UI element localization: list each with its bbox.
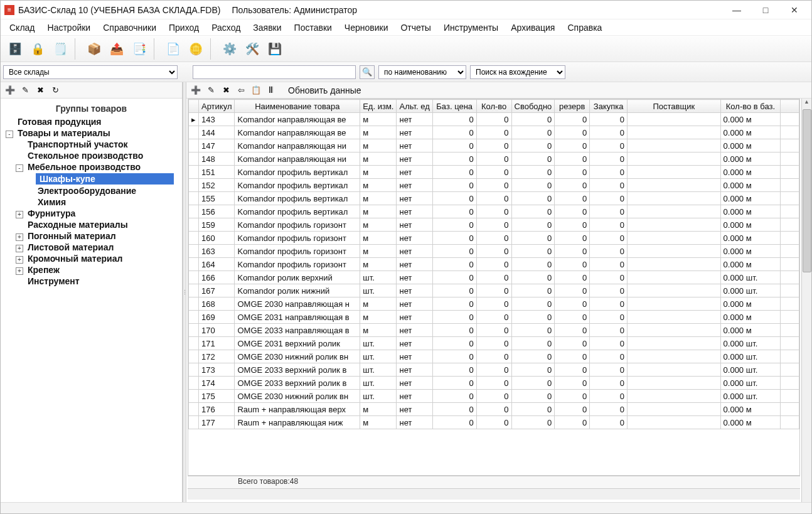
tree-node-label[interactable]: Инструмент	[26, 276, 82, 287]
search-button[interactable]: 🔍	[360, 65, 375, 79]
menu-заявки[interactable]: Заявки	[247, 21, 287, 35]
data-grid[interactable]: АртикулНаименование товараЕд. изм.Альт. …	[188, 99, 800, 476]
horizontal-scrollbar[interactable]	[188, 488, 800, 500]
column-header-blank[interactable]	[781, 100, 799, 113]
barcode-icon[interactable]: 𝄃𝄃	[264, 83, 278, 97]
tree-node-label[interactable]: Стекольное производство	[26, 150, 145, 161]
tree-node-label[interactable]: Электрооборудование	[36, 185, 138, 196]
tree-node[interactable]: -Мебельное производство	[6, 161, 182, 173]
table-row[interactable]: 175OMGE 2030 нижний ролик вншт.нет000000…	[189, 390, 799, 403]
menu-поставки[interactable]: Поставки	[288, 21, 338, 35]
tree-node[interactable]: Шкафы-купе	[6, 173, 182, 185]
table-row[interactable]: 177Raum + направляющая нижмнет000000.000…	[189, 416, 799, 429]
tree-del-icon[interactable]: ✖	[33, 83, 47, 97]
tree-node-label[interactable]: Транспортный участок	[26, 139, 129, 150]
column-header-alt[interactable]: Альт. ед	[397, 100, 432, 113]
table-row[interactable]: 163Komandor профиль горизонтмнет000000.0…	[189, 245, 799, 258]
tree-node-label[interactable]: Мебельное производство	[26, 161, 142, 173]
tree-node[interactable]: Расходные материалы	[6, 219, 182, 230]
column-header-price[interactable]: Баз. цена	[432, 100, 476, 113]
tree-node-label[interactable]: Кромочный материал	[26, 253, 124, 264]
column-header-art[interactable]: Артикул	[199, 100, 235, 113]
tree-node[interactable]: +Крепеж	[6, 264, 182, 276]
column-header-mark[interactable]	[189, 100, 199, 113]
tree-node[interactable]: Химия	[6, 196, 182, 208]
row-edit-icon[interactable]: ✎	[204, 83, 218, 97]
table-row[interactable]: 148Komandor направляющая нимнет000000.00…	[189, 153, 799, 166]
tree-node[interactable]: +Погонный материал	[6, 230, 182, 242]
tree-expander[interactable]: +	[16, 211, 23, 218]
tree-edit-icon[interactable]: ✎	[18, 83, 32, 97]
menu-расход[interactable]: Расход	[205, 21, 247, 35]
menu-инструменты[interactable]: Инструменты	[437, 21, 505, 35]
tree-node-label[interactable]: Расходные материалы	[26, 219, 130, 230]
search-input[interactable]	[193, 65, 356, 79]
search-scope-combo[interactable]: Поиск на вхождение	[470, 65, 565, 79]
column-header-qty[interactable]: Кол-во	[476, 100, 511, 113]
table-row[interactable]: ▸143Komandor направляющая вемнет000000.0…	[189, 113, 799, 126]
db-gear-icon[interactable]: ⚙️	[219, 38, 240, 60]
tree-expander[interactable]: -	[6, 131, 13, 138]
sheet-icon[interactable]: 🗒️	[50, 38, 71, 60]
table-row[interactable]: 151Komandor профиль вертикалмнет000000.0…	[189, 166, 799, 179]
tree-node-label[interactable]: Фурнитура	[26, 208, 77, 219]
tree-node[interactable]: Электрооборудование	[6, 185, 182, 196]
tree-node-label[interactable]: Листовой материал	[26, 242, 115, 253]
column-header-free[interactable]: Свободно	[511, 100, 555, 113]
refresh-link[interactable]: Обновить данные	[288, 85, 361, 95]
table-row[interactable]: 166Komandor ролик верхнийшт.нет000000.00…	[189, 271, 799, 284]
tree-node[interactable]: Стекольное производство	[6, 150, 182, 161]
tree-node-label[interactable]: Шкафы-купе	[36, 173, 174, 185]
table-row[interactable]: 169OMGE 2031 направляющая вмнет000000.00…	[189, 311, 799, 324]
table-row[interactable]: 155Komandor профиль вертикалмнет000000.0…	[189, 192, 799, 205]
column-header-unit[interactable]: Ед. изм.	[360, 100, 397, 113]
column-header-name[interactable]: Наименование товара	[235, 100, 360, 113]
column-header-baseq[interactable]: Кол-во в баз.	[720, 100, 781, 113]
tree-node[interactable]: -Товары и материалы	[6, 127, 182, 139]
tree-node-label[interactable]: Крепеж	[26, 264, 61, 276]
table-row[interactable]: 147Komandor направляющая нимнет000000.00…	[189, 139, 799, 153]
menu-отчеты[interactable]: Отчеты	[394, 21, 437, 35]
table-row[interactable]: 176Raum + направляющая верхмнет000000.00…	[189, 403, 799, 416]
box-in-icon[interactable]: 📦	[83, 38, 105, 60]
column-header-res[interactable]: резерв	[555, 100, 590, 113]
tree-expander[interactable]: +	[16, 233, 23, 241]
table-row[interactable]: 164Komandor профиль горизонтмнет000000.0…	[189, 258, 799, 271]
menu-приход[interactable]: Приход	[163, 21, 205, 35]
menu-архивация[interactable]: Архивация	[505, 21, 561, 35]
table-row[interactable]: 152Komandor профиль вертикалмнет000000.0…	[189, 179, 799, 192]
table-row[interactable]: 170OMGE 2033 направляющая вмнет000000.00…	[189, 324, 799, 337]
tree-expander[interactable]: -	[16, 164, 23, 172]
row-copy-icon[interactable]: 📋	[249, 83, 263, 97]
row-add-icon[interactable]: ➕	[189, 83, 203, 97]
column-header-sup[interactable]: Поставщик	[628, 100, 720, 113]
tree-node-label[interactable]: Химия	[36, 196, 68, 208]
lock-icon[interactable]: 🔒	[27, 38, 48, 60]
table-row[interactable]: 156Komandor профиль вертикалмнет000000.0…	[189, 205, 799, 218]
box-out-icon[interactable]: 📤	[106, 38, 127, 60]
copy-docs-icon[interactable]: 📑	[129, 38, 150, 60]
table-row[interactable]: 160Komandor профиль горизонтмнет000000.0…	[189, 232, 799, 245]
warehouse-combo[interactable]: Все склады	[3, 65, 178, 79]
tree-node[interactable]: +Листовой материал	[6, 242, 182, 253]
table-row[interactable]: 172OMGE 2030 нижний ролик вншт.нет000000…	[189, 350, 799, 363]
report-icon[interactable]: 📄	[163, 38, 184, 60]
table-row[interactable]: 173OMGE 2033 верхний ролик вшт.нет000000…	[189, 363, 799, 377]
menu-склад[interactable]: Склад	[3, 21, 41, 35]
db-icon[interactable]: 🗄️	[4, 38, 26, 60]
table-row[interactable]: 167Komandor ролик нижнийшт.нет000000.000…	[189, 284, 799, 297]
table-row[interactable]: 168OMGE 2030 направляющая нмнет000000.00…	[189, 297, 799, 311]
tree-refresh-icon[interactable]: ↻	[48, 83, 62, 97]
table-row[interactable]: 144Komandor направляющая вемнет000000.00…	[189, 126, 799, 139]
menu-черновики[interactable]: Черновики	[338, 21, 395, 35]
menu-справочники[interactable]: Справочники	[97, 21, 163, 35]
table-row[interactable]: 174OMGE 2033 верхний ролик вшт.нет000000…	[189, 377, 799, 390]
vertical-scrollbar[interactable]: ▲	[801, 99, 811, 502]
column-header-buy[interactable]: Закупка	[590, 100, 628, 113]
tree-expander[interactable]: +	[16, 245, 23, 252]
tree-add-icon[interactable]: ➕	[3, 83, 17, 97]
tree-node-label[interactable]: Товары и материалы	[16, 127, 112, 139]
db-save-icon[interactable]: 💾	[264, 38, 286, 60]
menu-настройки[interactable]: Настройки	[41, 21, 97, 35]
row-del-icon[interactable]: ✖	[219, 83, 233, 97]
